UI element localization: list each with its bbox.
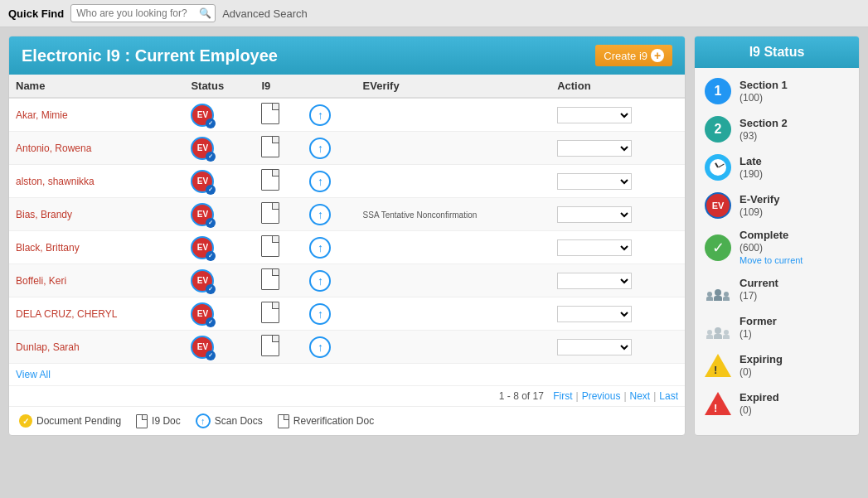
upload-icon[interactable]: ↑ bbox=[309, 270, 331, 292]
table-row: Dunlap, SarahEV✓↑ bbox=[9, 331, 685, 364]
legend-i9-doc-label: I9 Doc bbox=[152, 415, 181, 427]
status-item-section2[interactable]: 2 Section 2 (93) bbox=[703, 113, 851, 146]
status-text: Former (1) bbox=[739, 315, 777, 340]
create-i9-label: Create i9 bbox=[604, 50, 647, 62]
status-count: (600) bbox=[739, 242, 763, 254]
status-name: Complete bbox=[739, 229, 788, 241]
complete-icon: ✓ bbox=[705, 234, 731, 261]
doc-pending-icon: ✓ bbox=[19, 414, 32, 428]
upload-icon[interactable]: ↑ bbox=[309, 237, 331, 259]
former-icon bbox=[705, 314, 731, 341]
status-item-expired[interactable]: Expired (0) bbox=[703, 387, 851, 420]
upload-icon[interactable]: ↑ bbox=[309, 336, 331, 358]
last-page-link[interactable]: Last bbox=[659, 390, 678, 402]
status-name: Current bbox=[739, 277, 778, 289]
col-everify: EVerify bbox=[356, 75, 551, 98]
create-i9-plus-icon: + bbox=[651, 49, 664, 62]
employee-name-link[interactable]: DELA CRUZ, CHERYL bbox=[16, 308, 117, 320]
ev-inner: ✓ bbox=[206, 317, 216, 327]
panel-header: Electronic I9 : Current Employee Create … bbox=[9, 36, 685, 75]
status-item-former[interactable]: Former (1) bbox=[703, 311, 851, 344]
legend-doc-pending: ✓ Document Pending bbox=[19, 414, 121, 428]
status-icon-wrap bbox=[703, 274, 733, 304]
employee-name-link[interactable]: alston, shawnikka bbox=[16, 176, 95, 187]
employees-table: Name Status I9 EVerify Action Akar, Mimi… bbox=[9, 75, 685, 386]
employee-name-link[interactable]: Akar, Mimie bbox=[16, 109, 68, 121]
status-icon-wrap bbox=[703, 389, 733, 418]
legend-scan-docs: ↑ Scan Docs bbox=[196, 413, 263, 428]
ev-inner: ✓ bbox=[206, 218, 216, 228]
action-select[interactable] bbox=[557, 206, 632, 223]
doc-icon[interactable] bbox=[261, 169, 279, 191]
status-item-complete[interactable]: ✓ Complete (600)Move to current bbox=[703, 227, 851, 268]
table-row: Black, BrittanyEV✓↑ bbox=[9, 231, 685, 264]
doc-icon[interactable] bbox=[261, 136, 279, 157]
doc-icon[interactable] bbox=[261, 103, 279, 124]
doc-icon[interactable] bbox=[261, 302, 279, 323]
ev-badge: EV✓ bbox=[191, 137, 214, 160]
legend-reverif-doc-label: Reverification Doc bbox=[293, 415, 374, 427]
ev-inner: ✓ bbox=[206, 152, 216, 162]
ev-badge: EV✓ bbox=[191, 104, 214, 127]
status-item-everify[interactable]: EV E-Verify (109) bbox=[703, 189, 851, 222]
next-page-link[interactable]: Next bbox=[630, 390, 651, 402]
status-name: E-Verify bbox=[739, 193, 779, 205]
upload-icon[interactable]: ↑ bbox=[309, 204, 331, 225]
move-to-current-link[interactable]: Move to current bbox=[739, 255, 803, 265]
action-select[interactable] bbox=[557, 107, 632, 123]
status-text: Complete (600)Move to current bbox=[739, 229, 803, 266]
left-panel: Electronic I9 : Current Employee Create … bbox=[8, 36, 686, 436]
action-select[interactable] bbox=[557, 273, 632, 289]
col-i9: I9 bbox=[255, 75, 356, 98]
employee-name-link[interactable]: Boffeli, Keri bbox=[16, 275, 66, 287]
late-icon bbox=[705, 154, 731, 181]
table-row: alston, shawnikkaEV✓↑ bbox=[9, 165, 685, 198]
employee-name-link[interactable]: Antonio, Rowena bbox=[16, 143, 91, 154]
status-name: Section 1 bbox=[739, 79, 788, 91]
panel-title: Electronic I9 : Current Employee bbox=[22, 46, 278, 65]
status-item-late[interactable]: Late (190) bbox=[703, 151, 851, 184]
status-name: Section 2 bbox=[739, 117, 788, 129]
legend-row: ✓ Document Pending I9 Doc ↑ Scan Docs Re… bbox=[9, 406, 685, 435]
advanced-search-link[interactable]: Advanced Search bbox=[222, 7, 308, 20]
upload-icon[interactable]: ↑ bbox=[309, 104, 331, 126]
current-icon bbox=[705, 276, 731, 302]
first-page-link[interactable]: First bbox=[553, 390, 572, 402]
upload-icon[interactable]: ↑ bbox=[309, 171, 331, 192]
employee-name-link[interactable]: Bias, Brandy bbox=[16, 209, 72, 220]
view-all-link[interactable]: View All bbox=[16, 369, 51, 380]
view-all-row: View All bbox=[9, 364, 685, 386]
status-item-expiring[interactable]: Expiring (0) bbox=[703, 349, 851, 382]
action-select[interactable] bbox=[557, 140, 632, 157]
status-item-section1[interactable]: 1 Section 1 (100) bbox=[703, 75, 851, 108]
table-row: Akar, MimieEV✓↑ bbox=[9, 98, 685, 132]
ev-badge: EV✓ bbox=[191, 302, 214, 326]
status-name: Expiring bbox=[739, 353, 783, 365]
action-select[interactable] bbox=[557, 306, 632, 322]
section2-icon: 2 bbox=[705, 116, 731, 143]
upload-icon[interactable]: ↑ bbox=[309, 303, 331, 325]
status-text: E-Verify (109) bbox=[739, 193, 779, 218]
upload-icon[interactable]: ↑ bbox=[309, 138, 331, 159]
table-row: Boffeli, KeriEV✓↑ bbox=[9, 264, 685, 297]
expiring-icon bbox=[705, 352, 731, 379]
status-count: (100) bbox=[739, 92, 763, 104]
employee-name-link[interactable]: Black, Brittany bbox=[16, 242, 80, 254]
previous-page-link[interactable]: Previous bbox=[582, 390, 621, 402]
status-text: Late (190) bbox=[739, 155, 763, 180]
action-select[interactable] bbox=[557, 173, 632, 190]
action-select[interactable] bbox=[557, 339, 632, 355]
status-item-current[interactable]: Current (17) bbox=[703, 273, 851, 306]
status-icon-wrap: EV bbox=[703, 191, 733, 220]
doc-icon[interactable] bbox=[261, 235, 279, 257]
main-layout: Electronic I9 : Current Employee Create … bbox=[0, 27, 868, 444]
doc-icon[interactable] bbox=[261, 335, 279, 356]
action-select[interactable] bbox=[557, 239, 632, 256]
search-input[interactable] bbox=[70, 4, 216, 22]
create-i9-button[interactable]: Create i9 + bbox=[595, 45, 672, 66]
employee-name-link[interactable]: Dunlap, Sarah bbox=[16, 341, 80, 353]
ev-badge: EV✓ bbox=[191, 203, 214, 226]
doc-icon[interactable] bbox=[261, 268, 279, 290]
doc-icon[interactable] bbox=[261, 202, 279, 224]
ev-inner: ✓ bbox=[206, 185, 216, 195]
